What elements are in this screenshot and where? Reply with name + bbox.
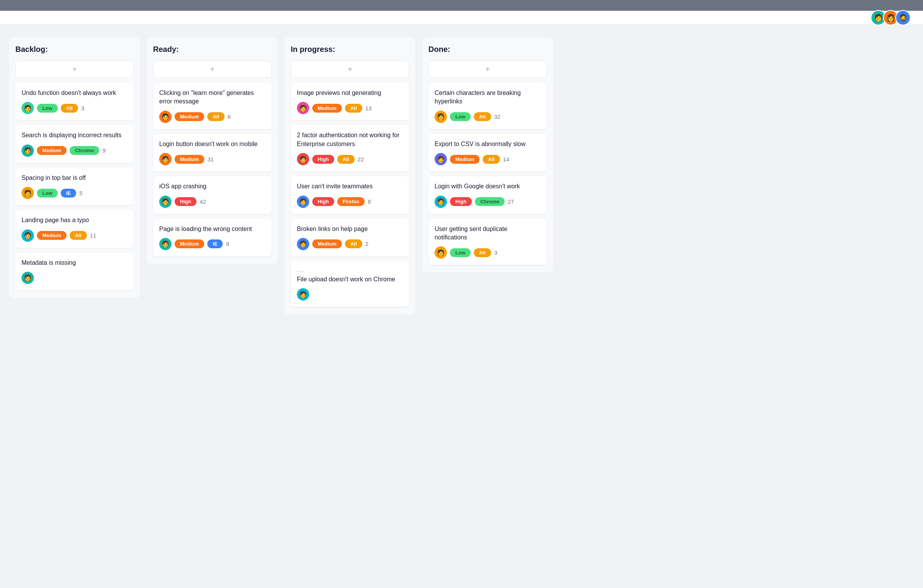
tag-badge: All	[345, 239, 362, 248]
add-card-button[interactable]: +	[15, 61, 134, 78]
card-count: 31	[207, 156, 214, 163]
priority-badge: Medium	[37, 231, 67, 240]
add-card-button[interactable]: +	[291, 61, 409, 78]
card[interactable]: 2 factor authentication not working for …	[291, 125, 409, 171]
card[interactable]: Login with Google doesn't work🧑HighChrom…	[428, 176, 547, 214]
priority-badge: Low	[37, 104, 58, 113]
card-footer: 🧑MediumAll2	[297, 238, 403, 250]
card-footer: 🧑	[22, 272, 128, 284]
card-avatar: 🧑	[297, 196, 309, 208]
card-footer: 🧑LowIE5	[22, 187, 128, 199]
add-card-button[interactable]: +	[153, 61, 272, 78]
priority-badge: High	[175, 197, 197, 206]
tag-badge: All	[474, 248, 491, 257]
priority-badge: Medium	[175, 239, 204, 248]
card-footer: 🧑MediumAll6	[159, 111, 265, 123]
priority-badge: Low	[450, 248, 471, 257]
column-header: Ready:	[153, 45, 272, 54]
card-title: Certain characters are breaking hyperlin…	[435, 89, 541, 106]
card-avatar: 🧑	[159, 111, 172, 123]
card-avatar: 🧑	[22, 102, 34, 114]
tag-badge: All	[207, 112, 225, 121]
priority-badge: Medium	[37, 146, 67, 155]
card-title: Broken links on help page	[297, 225, 403, 233]
card-count: 13	[365, 105, 372, 111]
card-footer: 🧑MediumAll11	[22, 229, 128, 242]
card-footer: 🧑MediumAll13	[297, 102, 403, 114]
column-header: In progress:	[291, 45, 409, 54]
card-avatar: 🧑	[159, 196, 172, 208]
card-footer: 🧑Medium31	[159, 153, 265, 165]
tag-badge: IE	[61, 189, 76, 198]
card-title: iOS app crashing	[159, 182, 265, 191]
card[interactable]: Metadata is missing🧑	[15, 252, 134, 290]
card-footer: 🧑HighAll22	[297, 153, 403, 165]
card[interactable]: Clicking on "learn more" generates error…	[153, 83, 272, 129]
card-avatar: 🧑	[297, 153, 309, 165]
card-title: 2 factor authentication not working for …	[297, 131, 403, 148]
tag-badge: All	[483, 155, 500, 164]
card[interactable]: Undo function doesn't always work🧑LowAll…	[15, 83, 134, 120]
tag-badge: All	[337, 155, 355, 164]
card-count: 6	[228, 113, 231, 120]
card-footer: 🧑LowAll3	[22, 102, 128, 114]
card-avatar: 🧑	[435, 111, 447, 123]
card-count: 3	[81, 105, 84, 111]
card[interactable]: Broken links on help page🧑MediumAll2	[291, 219, 409, 256]
card[interactable]: Certain characters are breaking hyperlin…	[428, 83, 547, 129]
card-title: Image previews not generating	[297, 89, 403, 97]
card-footer: 🧑High42	[159, 196, 265, 208]
card[interactable]: User can't invite teammates🧑HighFirefox8	[291, 176, 409, 214]
card-avatar: 🧑	[435, 196, 447, 208]
card-footer: 🧑MediumAll14	[435, 153, 541, 165]
column-header: Done:	[428, 45, 547, 54]
priority-badge: Low	[37, 189, 58, 198]
add-card-button[interactable]: +	[428, 61, 547, 78]
card-title: Landing page has a typo	[22, 216, 128, 224]
header: 🧑👩🧔	[0, 11, 923, 25]
card[interactable]: Spacing in top bar is off🧑LowIE5	[15, 168, 134, 205]
card-title: Spacing in top bar is off	[22, 174, 128, 182]
card-title: User getting sent duplicate notification…	[435, 225, 541, 242]
card-title: Clicking on "learn more" generates error…	[159, 89, 265, 106]
card-title: Search is displaying incorrect results	[22, 131, 128, 140]
tag-badge: Firefox	[337, 197, 365, 206]
card-count: 8	[368, 198, 371, 205]
card[interactable]: User getting sent duplicate notification…	[428, 219, 547, 265]
card-avatar: 🧑	[159, 153, 172, 165]
card[interactable]: Page is loading the wrong content🧑Medium…	[153, 219, 272, 256]
card-footer: 🧑MediumChrome9	[22, 145, 128, 157]
card-footer: 🧑LowAll3	[435, 246, 541, 259]
card-title: Login with Google doesn't work	[435, 182, 541, 191]
column-done: Done:+Certain characters are breaking hy…	[422, 37, 553, 272]
card-avatar: 🧑	[435, 153, 447, 165]
card-title: Login button doesn't work on mobile	[159, 140, 265, 148]
card[interactable]: Export to CSV is abnormally slow🧑MediumA…	[428, 134, 547, 171]
card-count: 9	[226, 241, 229, 247]
card-count: 42	[200, 198, 206, 205]
card[interactable]: Login button doesn't work on mobile🧑Medi…	[153, 134, 272, 171]
card[interactable]: Landing page has a typo🧑MediumAll11	[15, 210, 134, 247]
priority-badge: High	[450, 197, 472, 206]
card[interactable]: ···File upload doesn't work on Chrome🧑	[291, 261, 409, 307]
tag-badge: All	[345, 104, 362, 113]
priority-badge: Medium	[312, 104, 342, 113]
card-avatar: 🧑	[22, 187, 34, 199]
column-in-progress: In progress:+Image previews not generati…	[285, 37, 415, 314]
header-avatars: 🧑👩🧔	[871, 10, 911, 25]
card-footer: 🧑MediumIE9	[159, 238, 265, 250]
card[interactable]: iOS app crashing🧑High42	[153, 176, 272, 214]
tag-badge: Chrome	[475, 197, 505, 206]
card-footer: 🧑LowAll32	[435, 111, 541, 123]
priority-badge: Medium	[175, 112, 204, 121]
priority-badge: Medium	[175, 155, 204, 164]
avatar: 🧔	[895, 10, 911, 25]
card-title: Export to CSV is abnormally slow	[435, 140, 541, 148]
card[interactable]: Image previews not generating🧑MediumAll1…	[291, 83, 409, 120]
card[interactable]: Search is displaying incorrect results🧑M…	[15, 125, 134, 163]
card-dots-menu[interactable]: ···	[297, 267, 403, 275]
card-footer: 🧑HighFirefox8	[297, 196, 403, 208]
card-avatar: 🧑	[297, 288, 309, 301]
priority-badge: High	[312, 155, 334, 164]
card-count: 22	[358, 156, 364, 163]
